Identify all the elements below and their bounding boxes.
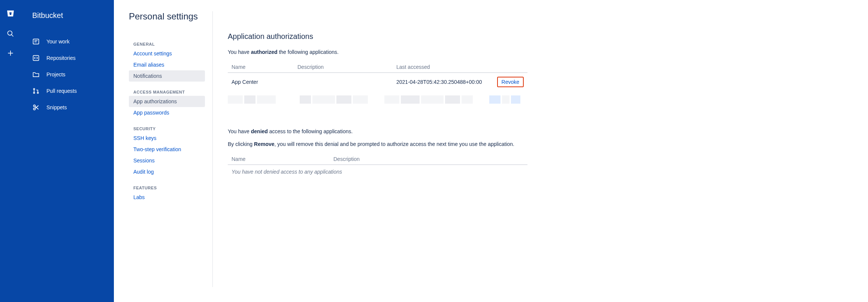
content-heading: Application authorizations: [228, 32, 527, 41]
authorized-table: Name Description Last accessed App Cente…: [228, 62, 527, 106]
sidebar-item-label: Your work: [46, 39, 70, 45]
sidebar-item-pull-requests[interactable]: Pull requests: [32, 87, 106, 95]
svg-point-10: [37, 92, 38, 93]
redacted-placeholder: [228, 95, 527, 106]
sidebar-item-repositories[interactable]: Repositories: [32, 54, 106, 62]
settings-link-audit-log[interactable]: Audit log: [129, 166, 205, 177]
main: Personal settings General Account settin…: [114, 0, 868, 302]
app-name: Bitbucket: [32, 11, 106, 20]
col-last-accessed: Last accessed: [393, 62, 492, 73]
settings-link-notifications[interactable]: Notifications: [129, 70, 205, 82]
col-description: Description: [294, 62, 393, 73]
settings-link-app-passwords[interactable]: App passwords: [129, 107, 205, 118]
sidebar-nav: Your work Repositories Projects: [32, 38, 106, 111]
sidebar-item-label: Snippets: [46, 104, 67, 110]
cell-name: App Center: [228, 73, 294, 91]
settings-link-account-settings[interactable]: Account settings: [129, 48, 205, 59]
sidebar-item-snippets[interactable]: Snippets: [32, 104, 106, 111]
settings-link-labs[interactable]: Labs: [129, 192, 205, 203]
sidebar-item-your-work[interactable]: Your work: [32, 38, 106, 45]
table-row: App Center 2021-04-28T05:42:30.250488+00…: [228, 73, 527, 91]
table-row-empty: You have not denied access to any applic…: [228, 165, 527, 179]
authorized-intro: You have authorized the following applic…: [228, 49, 527, 55]
content-column: Application authorizations You have auth…: [213, 11, 527, 287]
sidebar-item-projects[interactable]: Projects: [32, 71, 106, 78]
page-title: Personal settings: [129, 11, 212, 22]
sidebar-item-label: Pull requests: [46, 88, 77, 94]
svg-point-8: [33, 88, 34, 89]
board-icon: [32, 38, 40, 45]
settings-group-access: Access Management: [129, 87, 212, 96]
col-name: Name: [228, 154, 330, 165]
settings-nav-column: Personal settings General Account settin…: [129, 11, 213, 287]
table-row-redacted: [228, 91, 527, 106]
settings-link-sessions[interactable]: Sessions: [129, 155, 205, 166]
sidebar-item-label: Repositories: [46, 55, 76, 61]
settings-group-general: General: [129, 39, 212, 48]
plus-icon[interactable]: [6, 49, 15, 58]
col-description: Description: [330, 154, 527, 165]
cell-description: [294, 73, 393, 91]
cell-last-accessed: 2021-04-28T05:42:30.250488+00:00: [393, 73, 492, 91]
settings-link-two-step[interactable]: Two-step verification: [129, 144, 205, 155]
col-name: Name: [228, 62, 294, 73]
pull-request-icon: [32, 87, 40, 95]
empty-message: You have not denied access to any applic…: [228, 165, 527, 179]
revoke-button[interactable]: Revoke: [497, 77, 524, 87]
svg-point-0: [8, 31, 12, 36]
bitbucket-logo-icon[interactable]: [5, 8, 16, 19]
settings-link-app-authorizations[interactable]: App authorizations: [129, 96, 205, 107]
svg-point-9: [33, 92, 34, 93]
remove-note: By clicking Remove, you will remove this…: [228, 141, 527, 147]
denied-intro: You have denied access to the following …: [228, 128, 527, 134]
settings-link-email-aliases[interactable]: Email aliases: [129, 59, 205, 70]
sidebar: Bitbucket Your work Repositories: [21, 0, 114, 302]
svg-line-1: [12, 35, 13, 37]
denied-table: Name Description You have not denied acc…: [228, 154, 527, 179]
folder-icon: [32, 71, 40, 78]
search-icon[interactable]: [6, 29, 15, 38]
code-icon: [32, 54, 40, 62]
settings-group-features: Features: [129, 183, 212, 192]
settings-link-ssh-keys[interactable]: SSH keys: [129, 132, 205, 144]
sidebar-item-label: Projects: [46, 71, 66, 77]
scissors-icon: [32, 104, 40, 111]
settings-group-security: Security: [129, 123, 212, 132]
global-rail: [0, 0, 21, 302]
